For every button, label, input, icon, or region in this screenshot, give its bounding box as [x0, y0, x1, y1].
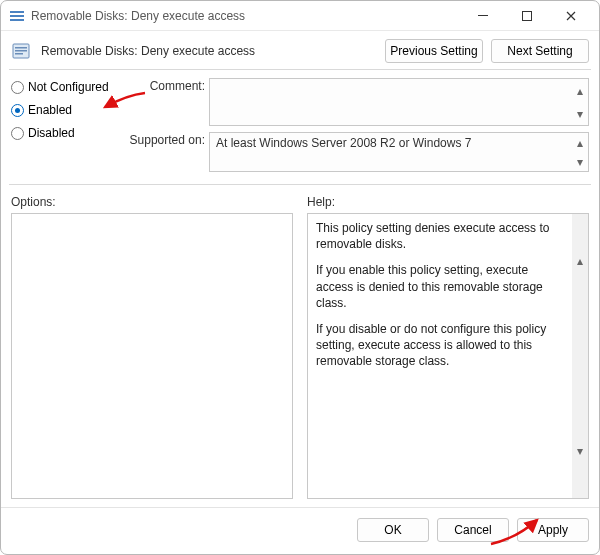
dialog-window: Removable Disks: Deny execute access: [0, 0, 600, 555]
window-controls: [461, 2, 593, 30]
svg-rect-8: [15, 53, 23, 55]
config-fields: Comment: ▴ ▾ Supported on: At least Wind…: [129, 78, 589, 178]
supported-value: At least Windows Server 2008 R2 or Windo…: [216, 136, 471, 150]
radio-label: Disabled: [28, 126, 75, 140]
options-panel[interactable]: [11, 213, 293, 499]
titlebar: Removable Disks: Deny execute access: [1, 1, 599, 31]
maximize-button[interactable]: [505, 2, 549, 30]
policy-title-icon: [9, 8, 25, 24]
supported-on-box: At least Windows Server 2008 R2 or Windo…: [209, 132, 589, 172]
radio-icon: [11, 127, 24, 140]
help-text-line: If you disable or do not configure this …: [316, 321, 568, 370]
panels-row: Options: Help: This policy setting denie…: [1, 185, 599, 499]
radio-not-configured[interactable]: Not Configured: [11, 80, 117, 94]
svg-rect-2: [10, 19, 24, 21]
comment-label: Comment:: [129, 78, 205, 93]
scroll-down-icon: ▾: [572, 403, 588, 498]
radio-icon: [11, 81, 24, 94]
options-column: Options:: [11, 195, 293, 499]
apply-button[interactable]: Apply: [517, 518, 589, 542]
window-title: Removable Disks: Deny execute access: [31, 9, 461, 23]
ok-button[interactable]: OK: [357, 518, 429, 542]
help-column: Help: This policy setting denies execute…: [307, 195, 589, 499]
minimize-button[interactable]: [461, 2, 505, 30]
radio-icon: [11, 104, 24, 117]
comment-scrollbar[interactable]: ▴ ▾: [572, 79, 588, 125]
previous-setting-button[interactable]: Previous Setting: [385, 39, 483, 63]
radio-label: Enabled: [28, 103, 72, 117]
scroll-up-icon: ▴: [572, 133, 588, 152]
help-label: Help:: [307, 195, 589, 209]
policy-name: Removable Disks: Deny execute access: [41, 44, 377, 58]
svg-rect-0: [10, 11, 24, 13]
cancel-button[interactable]: Cancel: [437, 518, 509, 542]
svg-rect-4: [523, 11, 532, 20]
content: Removable Disks: Deny execute access Pre…: [1, 31, 599, 554]
scroll-down-icon: ▾: [572, 152, 588, 171]
policy-icon: [9, 39, 33, 63]
help-scrollbar[interactable]: ▴ ▾: [572, 214, 588, 498]
svg-rect-7: [15, 50, 27, 52]
header-row: Removable Disks: Deny execute access Pre…: [1, 31, 599, 69]
supported-label: Supported on:: [129, 132, 205, 147]
close-button[interactable]: [549, 2, 593, 30]
radio-enabled[interactable]: Enabled: [11, 103, 117, 117]
scroll-down-icon: ▾: [572, 102, 588, 125]
next-setting-button[interactable]: Next Setting: [491, 39, 589, 63]
footer: OK Cancel Apply: [1, 507, 599, 554]
radio-disabled[interactable]: Disabled: [11, 126, 117, 140]
scroll-up-icon: ▴: [572, 79, 588, 102]
help-text-line: This policy setting denies execute acces…: [316, 220, 568, 252]
svg-rect-3: [478, 15, 488, 16]
radio-label: Not Configured: [28, 80, 109, 94]
help-panel[interactable]: This policy setting denies execute acces…: [307, 213, 589, 499]
config-area: Not Configured Enabled Disabled Comment:: [1, 70, 599, 178]
help-text-line: If you enable this policy setting, execu…: [316, 262, 568, 311]
svg-rect-1: [10, 15, 24, 17]
options-label: Options:: [11, 195, 293, 209]
svg-rect-6: [15, 47, 27, 49]
state-radio-group: Not Configured Enabled Disabled: [11, 78, 117, 178]
comment-textarea[interactable]: ▴ ▾: [209, 78, 589, 126]
scroll-up-icon: ▴: [572, 214, 588, 309]
supported-scrollbar[interactable]: ▴ ▾: [572, 133, 588, 171]
scroll-track: [572, 309, 588, 404]
